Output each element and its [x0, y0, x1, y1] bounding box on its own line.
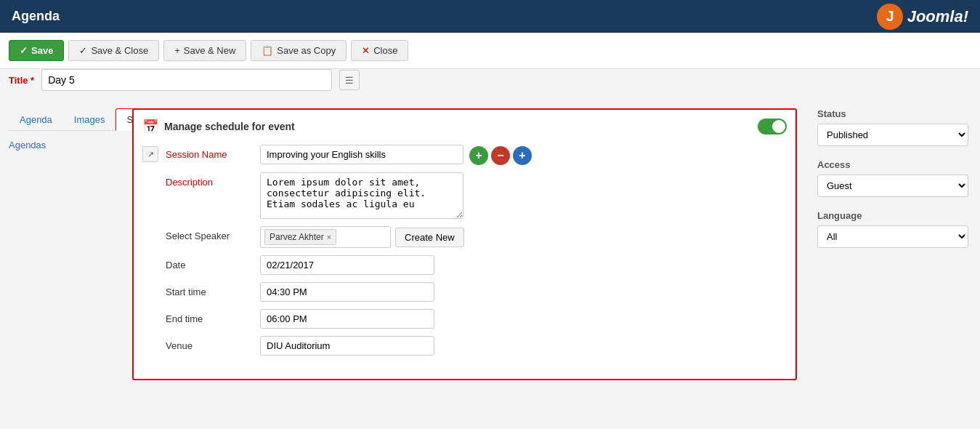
- content-area: Agenda Images Schedule Agendas 📅 Manage …: [0, 101, 980, 388]
- save-close-label: Save & Close: [91, 45, 148, 56]
- close-button[interactable]: ✕ Close: [351, 40, 408, 61]
- toolbar: ✓ Save ✓ Save & Close + Save & New 📋 Sav…: [0, 33, 980, 69]
- save-label: Save: [31, 45, 53, 56]
- tab-agenda[interactable]: Agenda: [9, 108, 63, 131]
- speaker-name: Parvez Akhter: [270, 232, 324, 242]
- calendar-icon: 📅: [142, 119, 158, 135]
- schedule-title: Manage schedule for event: [164, 121, 295, 132]
- title-row: Title * ☰: [0, 69, 980, 91]
- access-select[interactable]: Guest Public Registered Special: [817, 175, 968, 197]
- end-time-row: End time: [166, 309, 787, 329]
- session-name-label: Session Name: [166, 145, 260, 160]
- description-row: Description Lorem ipsum dolor sit amet, …: [166, 172, 787, 219]
- language-section: Language All English Spanish French: [817, 210, 968, 248]
- description-label: Description: [166, 172, 260, 188]
- save-new-button[interactable]: + Save & New: [163, 40, 246, 61]
- language-label: Language: [817, 210, 968, 221]
- status-section: Status Published Unpublished Archived Tr…: [817, 108, 968, 146]
- select-speaker-label: Select Speaker: [166, 226, 260, 241]
- select-speaker-row: Select Speaker Parvez Akhter × Create Ne…: [166, 226, 787, 248]
- main-panel: 📅 Manage schedule for event ↗ Session Na…: [123, 108, 806, 380]
- joomla-icon: J: [877, 4, 903, 30]
- schedule-panel: 📅 Manage schedule for event ↗ Session Na…: [132, 108, 797, 380]
- save-new-label: Save & New: [184, 45, 236, 56]
- session-row: ↗ Session Name + − + Descrip: [142, 145, 787, 363]
- session-content: Session Name + − + Description Lorem ips…: [166, 145, 787, 363]
- access-section: Access Guest Public Registered Special: [817, 159, 968, 197]
- joomla-text: Joomla!: [907, 7, 968, 26]
- access-label: Access: [817, 159, 968, 170]
- save-copy-button[interactable]: 📋 Save as Copy: [251, 40, 347, 61]
- start-time-row: Start time: [166, 282, 787, 302]
- status-label: Status: [817, 108, 968, 119]
- app-title: Agenda: [12, 9, 60, 24]
- date-input[interactable]: [260, 255, 434, 275]
- speaker-wrapper[interactable]: Parvez Akhter ×: [260, 226, 391, 248]
- end-time-input[interactable]: [260, 309, 434, 329]
- speaker-field: Parvez Akhter × Create New: [260, 226, 464, 248]
- language-select[interactable]: All English Spanish French: [817, 225, 968, 248]
- tab-images[interactable]: Images: [63, 108, 116, 131]
- end-time-label: End time: [166, 309, 260, 324]
- start-time-label: Start time: [166, 282, 260, 297]
- description-input[interactable]: Lorem ipsum dolor sit amet, consectetur …: [260, 172, 463, 219]
- joomla-logo: J Joomla!: [877, 4, 968, 30]
- save-button[interactable]: ✓ Save: [9, 40, 64, 61]
- add-session-button[interactable]: +: [469, 146, 488, 165]
- title-label: Title *: [9, 75, 34, 86]
- schedule-header: 📅 Manage schedule for event: [142, 119, 787, 135]
- save-copy-label: Save as Copy: [277, 45, 336, 56]
- create-new-button[interactable]: Create New: [395, 228, 464, 247]
- schedule-header-left: 📅 Manage schedule for event: [142, 119, 295, 135]
- date-label: Date: [166, 255, 260, 270]
- app-header: Agenda J Joomla!: [0, 0, 980, 33]
- info-session-button[interactable]: +: [513, 146, 532, 165]
- save-close-button[interactable]: ✓ Save & Close: [68, 40, 159, 61]
- remove-session-button[interactable]: −: [491, 146, 510, 165]
- plus-icon: +: [174, 45, 180, 56]
- expand-button[interactable]: ↗: [142, 146, 158, 162]
- save-icon: ✓: [20, 45, 28, 56]
- venue-input[interactable]: [260, 336, 434, 356]
- speaker-tag: Parvez Akhter ×: [264, 229, 336, 245]
- toggle-button[interactable]: [758, 119, 787, 135]
- title-icon-button[interactable]: ☰: [339, 70, 360, 90]
- agendas-label: Agendas: [9, 140, 115, 151]
- close-label: Close: [373, 45, 397, 56]
- tabs: Agenda Images Schedule: [9, 108, 115, 131]
- copy-icon: 📋: [262, 45, 273, 56]
- session-actions: + − +: [469, 146, 532, 165]
- speaker-remove-icon[interactable]: ×: [327, 233, 331, 241]
- start-time-input[interactable]: [260, 282, 434, 302]
- toggle-knob: [772, 120, 785, 133]
- session-name-row: Session Name + − +: [166, 145, 787, 165]
- status-select[interactable]: Published Unpublished Archived Trashed: [817, 124, 968, 146]
- venue-row: Venue: [166, 336, 787, 356]
- svg-text:J: J: [886, 8, 894, 24]
- left-sidebar: Agenda Images Schedule Agendas: [0, 108, 123, 380]
- venue-label: Venue: [166, 336, 260, 351]
- x-icon: ✕: [362, 45, 370, 56]
- date-row: Date: [166, 255, 787, 275]
- checkmark-icon: ✓: [79, 45, 87, 56]
- title-input[interactable]: [41, 69, 332, 91]
- right-sidebar: Status Published Unpublished Archived Tr…: [806, 108, 980, 380]
- session-name-input[interactable]: [260, 145, 463, 164]
